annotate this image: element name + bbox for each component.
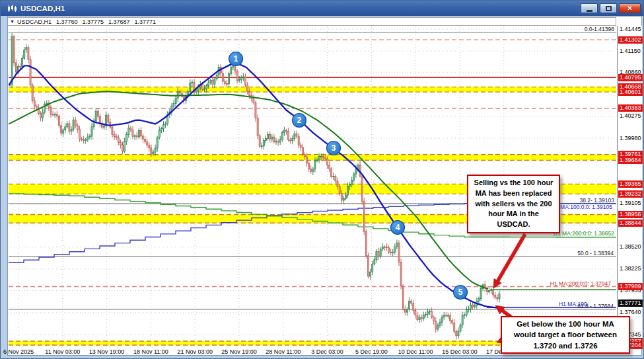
chart-label: 50.0 - 1.38394 (577, 250, 614, 257)
svg-text:3: 3 (332, 143, 336, 153)
chart-label: H1 MA:100: (559, 301, 589, 307)
chevron-down-icon[interactable]: ▼ (10, 19, 15, 24)
annotation-box-target: Get below the 100 hour MA would target a… (501, 316, 630, 354)
date-tick: 6 Nov 2025 (3, 348, 34, 355)
price-tick: 1.41150 (620, 48, 641, 55)
price-axis[interactable]: 1.414451.411501.408601.402751.399801.391… (617, 26, 642, 348)
chart-label: 38.2- 1.39103 (580, 197, 615, 204)
price-tick: 1.38520 (620, 243, 641, 251)
marker-1: 1 (229, 52, 243, 66)
price-level-label: 1.39232 (618, 190, 643, 198)
date-tick: 25 Nov 19:00 (221, 348, 257, 355)
chart-label: D1 MA:200:0:0: 1.38652 (554, 230, 614, 237)
annotation-box-selling: Selling vs the 100 hour MA has been repl… (467, 175, 560, 233)
date-tick: 11 Nov 03:00 (45, 348, 80, 355)
date-tick: 5 Dec 19:00 (355, 348, 388, 355)
current-price-label: 1.37771 (618, 299, 643, 307)
marker-3: 3 (327, 141, 341, 155)
quote-open: 1.37760 (56, 19, 78, 25)
chart-label: 0.0-1.41398 (585, 26, 615, 32)
date-tick: 10 Dec 11:00 (398, 348, 433, 355)
chart-label: D1 MA:100:0:0: 1.39105 (552, 204, 612, 210)
marker-2: 2 (293, 114, 306, 128)
price-level-label: 1.39365 (618, 180, 643, 188)
date-tick: 3 Dec 03:00 (311, 348, 343, 355)
svg-text:4: 4 (396, 223, 400, 232)
quote-bar: ▼ USDCAD,H1 1.37760 1.37775 1.37687 1.37… (8, 17, 616, 26)
price-level-label: 1.37989 (618, 283, 643, 290)
marker-4: 4 (391, 221, 405, 235)
price-tick: 1.40275 (620, 112, 641, 120)
quote-low: 1.37687 (108, 19, 130, 25)
support-resistance-band (9, 87, 616, 93)
price-level-label: 1.41302 (618, 36, 643, 44)
support-resistance-band (9, 155, 616, 161)
svg-text:5: 5 (458, 288, 463, 297)
price-level-label: 1.39684 (618, 157, 643, 164)
quote-close: 1.37771 (135, 19, 157, 25)
price-level-label: 1.40795 (618, 74, 643, 81)
price-tick: 1.37640 (620, 309, 641, 316)
quote-symbol: USDCAD,H1 (17, 19, 52, 25)
price-tick: 1.41445 (620, 26, 641, 33)
quote-high: 1.37775 (83, 19, 104, 25)
price-tick: 1.39980 (620, 135, 641, 142)
chart-window: USDCAD,H1 ✕ ▼ USDCAD,H1 1.37760 1.37775 … (0, 0, 644, 359)
price-tick: 1.38225 (620, 265, 641, 272)
svg-text:1: 1 (234, 54, 238, 63)
price-level-label: 1.40601 (618, 89, 643, 96)
date-tick: 18 Nov 11:00 (133, 348, 168, 355)
price-level-label: 1.38956 (618, 211, 643, 218)
date-tick: 13 Nov 19:00 (89, 348, 125, 355)
svg-text:2: 2 (297, 116, 302, 125)
price-level-label: 1.38844 (618, 219, 643, 227)
price-level-label: 1.40383 (618, 104, 643, 112)
price-tick: 1.39105 (620, 200, 641, 207)
marker-5: 5 (454, 286, 468, 299)
chart-label: H1 MA:200:0:0: 1.37947 (550, 280, 611, 287)
date-tick: 15 Dec 03:00 (442, 348, 478, 355)
date-tick: 21 Nov 03:00 (177, 348, 213, 355)
date-tick: 28 Nov 11:00 (266, 348, 301, 355)
